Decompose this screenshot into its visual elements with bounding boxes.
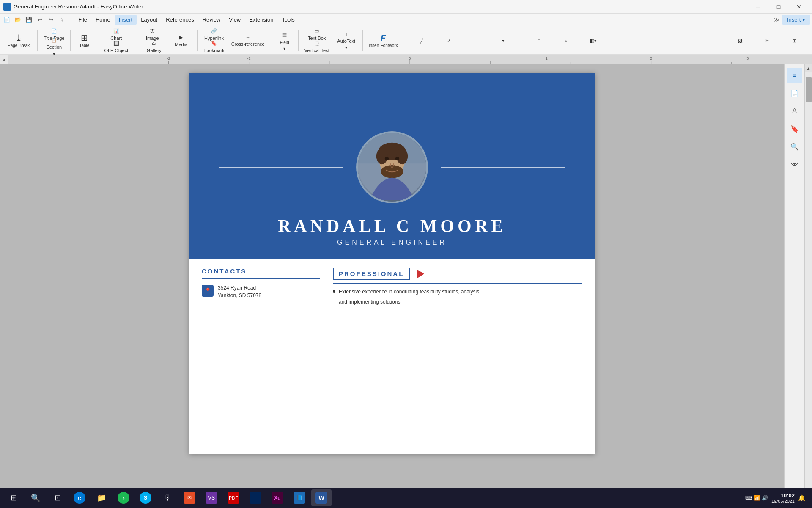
scroll-thumb[interactable] (806, 77, 812, 102)
svg-text:-2: -2 (167, 56, 170, 61)
spotify-button[interactable]: ♪ (113, 489, 134, 506)
open-button[interactable]: 📂 (13, 15, 23, 25)
ellipse-tool[interactable]: ○ (554, 35, 579, 47)
pdf-button[interactable]: PDF (223, 489, 244, 506)
hyperlink-button[interactable]: 🔗 Hyperlink (201, 29, 227, 41)
draw-more[interactable]: ▾ (491, 35, 516, 47)
word-button[interactable]: W (311, 489, 332, 506)
media-button[interactable]: ▶ Media (168, 35, 194, 47)
insert-dropdown[interactable]: Insert ▾ (782, 15, 810, 25)
image-button[interactable]: 🖼 Image (138, 29, 167, 41)
img-tool1[interactable]: 🖼 (727, 35, 753, 47)
app-btn1[interactable]: 📘 (289, 489, 310, 506)
menu-references[interactable]: References (162, 15, 198, 25)
clock[interactable]: 10:02 19/05/2021 (771, 492, 795, 504)
img-tool3[interactable]: ⊞ (782, 35, 807, 47)
section-button[interactable]: 📋 Section ▾ (41, 41, 67, 53)
menu-review[interactable]: Review (198, 15, 225, 25)
print-button[interactable]: 🖨 (57, 15, 67, 25)
mic-button[interactable]: 🎙 (157, 489, 178, 506)
menu-layout[interactable]: Layout (137, 15, 162, 25)
more-button[interactable]: ≫ (772, 15, 782, 25)
minimize-button[interactable]: ─ (749, 0, 768, 14)
main-area: RANDALL C MOORE GENERAL ENGINEER CONTACT… (0, 64, 812, 495)
ole-icon: 🔲 (113, 41, 119, 46)
properties-button[interactable]: ≡ (787, 68, 802, 83)
new-button[interactable]: 📄 (2, 15, 12, 25)
auto-text-button[interactable]: T AutoText ▾ (334, 35, 359, 47)
page-break-button[interactable]: ⤓ Page Break (5, 29, 32, 52)
gallery-button[interactable]: 🗂 Gallery (141, 41, 167, 53)
search-button[interactable]: 🔍 (25, 489, 46, 506)
ruler-arrow: ◂ (0, 55, 8, 64)
menu-insert[interactable]: Insert (115, 15, 137, 25)
page-header: RANDALL C MOORE GENERAL ENGINEER (189, 73, 595, 259)
scroll-up-button[interactable]: ▲ (805, 64, 812, 72)
save-button[interactable]: 💾 (24, 15, 34, 25)
text-group: ▭ Text Box ⬚ Vertical Text (302, 29, 332, 53)
cross-ref-button[interactable]: ↔ Cross-reference (229, 35, 267, 47)
page-break-group: ⤓ Page Break (3, 28, 34, 53)
vertical-scrollbar: ▲ ▼ (804, 64, 812, 495)
auto-text-dropdown[interactable]: ▾ (345, 45, 347, 50)
edge-button[interactable]: e (69, 489, 90, 506)
text-box-button[interactable]: ▭ Text Box (302, 29, 332, 41)
redo-button[interactable]: ↪ (46, 15, 56, 25)
fontwork-button[interactable]: F Insert Fontwork (366, 29, 401, 52)
navigator-button[interactable]: 🔍 (787, 139, 802, 154)
maximize-button[interactable]: □ (769, 0, 788, 14)
chart-button[interactable]: 📊 Chart (102, 29, 131, 41)
bullet-item-1: Extensive experience in conducting feasi… (333, 288, 582, 295)
curve-tool[interactable]: ⌒ (464, 35, 489, 47)
field-button[interactable]: ≡ Field ▾ (274, 29, 295, 52)
tb-sep4 (134, 30, 134, 51)
document-area: RANDALL C MOORE GENERAL ENGINEER CONTACT… (0, 64, 784, 495)
explorer-button[interactable]: 📁 (91, 489, 112, 506)
menu-bar: 📄 📂 💾 ↩ ↪ 🖨 File Home Insert Layout Refe… (0, 14, 812, 26)
bookmark-button[interactable]: 🔖 Bookmark (201, 41, 227, 53)
line-tool[interactable]: ╱ (409, 35, 435, 47)
xd-button[interactable]: Xd (267, 489, 288, 506)
toolbar: ⤓ Page Break 📄 Title Page 📋 Section ▾ ⊞ … (0, 26, 812, 55)
img-tool2[interactable]: ✂ (754, 35, 780, 47)
arrow-tool[interactable]: ↗ (436, 35, 462, 47)
svg-point-21 (396, 148, 408, 164)
menu-file[interactable]: File (74, 15, 91, 25)
skype-button[interactable]: S (135, 489, 156, 506)
menu-items: File Home Insert Layout References Revie… (74, 15, 299, 25)
font-button[interactable]: A (787, 103, 802, 119)
start-button[interactable]: ⊞ (3, 489, 24, 506)
menu-view[interactable]: View (225, 15, 245, 25)
vs-button[interactable]: VS (201, 489, 222, 506)
field-dropdown[interactable]: ▾ (283, 46, 285, 51)
vertical-text-button[interactable]: ⬚ Vertical Text (302, 41, 332, 53)
menu-home[interactable]: Home (91, 15, 115, 25)
scroll-track[interactable] (805, 72, 812, 488)
styles-button[interactable]: 🔖 (787, 121, 802, 136)
table-button[interactable]: ⊞ Table (74, 29, 94, 52)
ole-button[interactable]: 🔲 OLE Object (102, 41, 131, 53)
page-view-button[interactable]: 📄 (787, 86, 802, 101)
email-button[interactable]: ✉ (179, 489, 200, 506)
task-view-icon: ⊡ (52, 492, 63, 504)
menu-tools[interactable]: Tools (277, 15, 299, 25)
divider-right (441, 167, 565, 168)
task-view-button[interactable]: ⊡ (47, 489, 68, 506)
undo-button[interactable]: ↩ (35, 15, 45, 25)
shape-more[interactable]: ◧▾ (581, 35, 606, 47)
vs-icon: VS (206, 492, 217, 504)
close-button[interactable]: ✕ (789, 0, 809, 14)
location-icon: 📍 (202, 285, 214, 297)
rect-tool[interactable]: □ (527, 35, 552, 47)
terminal-button[interactable]: _ (245, 489, 266, 506)
right-column: PROFESSIONAL Extensive experience in con… (333, 268, 582, 308)
play-button[interactable] (417, 270, 424, 278)
tb-sep10 (521, 30, 521, 51)
highlight-button[interactable]: 👁 (787, 157, 802, 172)
notification-button[interactable]: 🔔 (798, 494, 805, 501)
profile-photo (356, 131, 428, 203)
svg-text:1: 1 (546, 56, 548, 61)
table-icon: ⊞ (81, 33, 88, 42)
menu-extension[interactable]: Extension (245, 15, 277, 25)
contacts-title: CONTACTS (202, 268, 320, 275)
